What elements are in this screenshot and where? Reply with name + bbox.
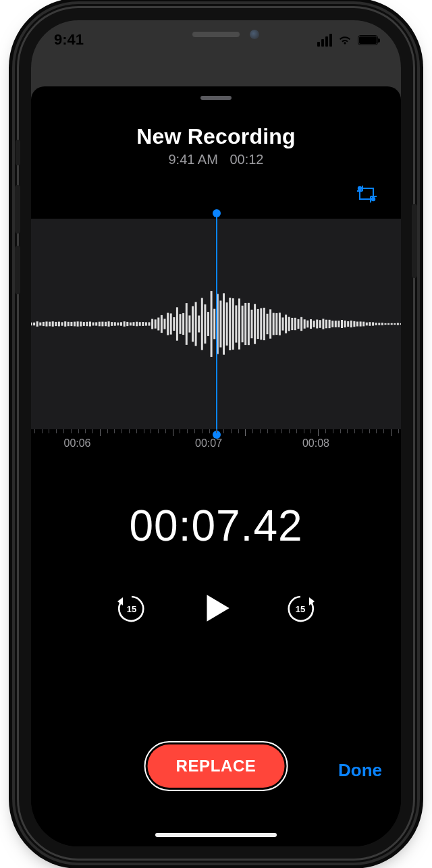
mute-switch xyxy=(16,140,20,165)
timeline-ruler[interactable]: 00:06 00:07 00:08 00:09 xyxy=(31,429,401,458)
skip-forward-15-icon: 15 xyxy=(284,591,317,625)
skip-back-button[interactable]: 15 xyxy=(113,589,151,627)
recording-duration: 00:12 xyxy=(230,152,263,167)
cellular-signal-icon xyxy=(317,34,332,47)
recording-time: 9:41 AM xyxy=(168,152,217,167)
wifi-icon xyxy=(338,31,352,49)
ruler-label: 00:08 xyxy=(302,437,329,450)
replace-button[interactable]: REPLACE xyxy=(148,744,285,788)
ruler-label: 00:06 xyxy=(63,437,90,450)
recording-subtitle: 9:41 AM 00:12 xyxy=(31,152,401,167)
replace-button-outline: REPLACE xyxy=(144,741,288,791)
battery-icon xyxy=(358,35,378,45)
waveform-area[interactable] xyxy=(31,219,401,429)
phone-frame: 9:41 New Recording 9:41 AM 00:12 xyxy=(19,8,413,859)
svg-text:15: 15 xyxy=(296,604,305,614)
trim-button[interactable] xyxy=(352,181,383,208)
skip-forward-button[interactable]: 15 xyxy=(281,589,319,627)
transport-controls: 15 15 xyxy=(31,586,401,630)
recording-title[interactable]: New Recording xyxy=(31,124,401,149)
side-button xyxy=(412,204,417,278)
home-indicator[interactable] xyxy=(155,833,277,837)
recording-header: New Recording 9:41 AM 00:12 xyxy=(31,124,401,167)
editing-sheet: New Recording 9:41 AM 00:12 xyxy=(31,86,401,846)
status-bar: 9:41 xyxy=(31,20,401,59)
done-button[interactable]: Done xyxy=(338,760,382,781)
status-time: 9:41 xyxy=(54,31,84,49)
trim-icon xyxy=(356,184,379,205)
current-time: 00:07.42 xyxy=(31,501,401,551)
play-button[interactable] xyxy=(194,586,238,630)
status-right xyxy=(317,31,378,49)
skip-back-15-icon: 15 xyxy=(115,591,148,625)
volume-up-button xyxy=(15,185,20,234)
svg-point-2 xyxy=(372,198,375,200)
ruler-label: 00:07 xyxy=(195,437,222,450)
volume-down-button xyxy=(15,246,20,294)
svg-point-1 xyxy=(358,187,361,190)
screen: 9:41 New Recording 9:41 AM 00:12 xyxy=(31,20,401,846)
sheet-grabber[interactable] xyxy=(200,96,232,100)
svg-marker-129 xyxy=(207,595,229,622)
bottom-bar: REPLACE Done xyxy=(31,741,401,799)
playhead[interactable] xyxy=(216,213,217,435)
svg-text:15: 15 xyxy=(127,604,136,614)
play-icon xyxy=(198,591,234,626)
